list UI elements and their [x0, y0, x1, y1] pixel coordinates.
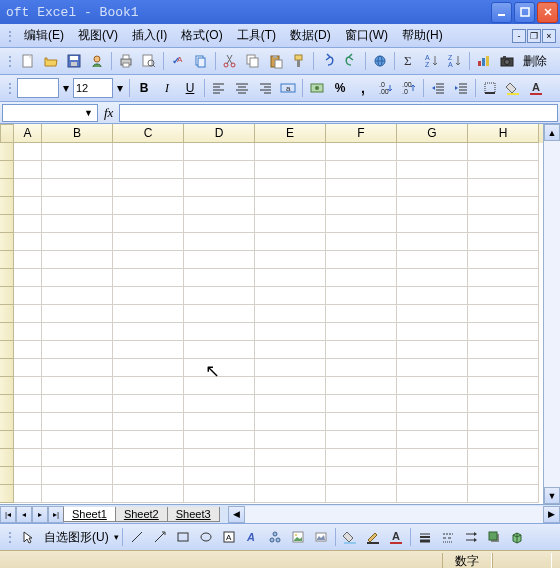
cell[interactable] [326, 413, 397, 431]
cell[interactable] [255, 215, 326, 233]
menu-format[interactable]: 格式(O) [175, 25, 228, 46]
format-painter-button[interactable] [288, 50, 310, 72]
cell[interactable] [255, 161, 326, 179]
cell[interactable] [255, 197, 326, 215]
tab-next-button[interactable]: ▸ [32, 506, 48, 523]
tab-prev-button[interactable]: ◂ [16, 506, 32, 523]
cell[interactable] [184, 485, 255, 503]
cell[interactable] [14, 359, 42, 377]
oval-button[interactable] [195, 526, 217, 548]
cell[interactable] [326, 269, 397, 287]
cell[interactable] [468, 305, 539, 323]
cell[interactable] [42, 143, 113, 161]
cell[interactable] [42, 269, 113, 287]
undo-button[interactable] [317, 50, 339, 72]
cell[interactable] [255, 143, 326, 161]
cell[interactable] [14, 431, 42, 449]
cell[interactable] [14, 179, 42, 197]
hyperlink-button[interactable] [369, 50, 391, 72]
cell[interactable] [255, 485, 326, 503]
cell[interactable] [255, 323, 326, 341]
cell[interactable] [468, 143, 539, 161]
tab-first-button[interactable]: |◂ [0, 506, 16, 523]
cell[interactable] [397, 485, 468, 503]
cell[interactable] [326, 161, 397, 179]
tab-last-button[interactable]: ▸| [48, 506, 64, 523]
cell[interactable] [397, 179, 468, 197]
handle-icon[interactable]: ⋮ [4, 29, 16, 43]
cell[interactable] [255, 305, 326, 323]
cell[interactable] [42, 287, 113, 305]
row-header[interactable] [0, 197, 14, 215]
cell[interactable] [113, 359, 184, 377]
cell[interactable] [326, 251, 397, 269]
cell[interactable] [184, 251, 255, 269]
menu-window[interactable]: 窗口(W) [339, 25, 394, 46]
row-header[interactable] [0, 233, 14, 251]
maximize-button[interactable] [514, 2, 535, 23]
comma-button[interactable]: , [352, 77, 374, 99]
cell[interactable] [326, 395, 397, 413]
row-header[interactable] [0, 215, 14, 233]
cell[interactable] [113, 269, 184, 287]
cell[interactable] [326, 341, 397, 359]
cell[interactable] [468, 449, 539, 467]
row-header[interactable] [0, 305, 14, 323]
cell[interactable] [184, 359, 255, 377]
row-header[interactable] [0, 485, 14, 503]
cell[interactable] [326, 485, 397, 503]
cell[interactable] [468, 269, 539, 287]
mdi-close[interactable]: × [542, 29, 556, 43]
cell[interactable] [113, 305, 184, 323]
cell[interactable] [42, 161, 113, 179]
cell[interactable] [184, 233, 255, 251]
clipart-button[interactable] [287, 526, 309, 548]
sheet-tab-1[interactable]: Sheet1 [63, 507, 116, 522]
cell[interactable] [113, 485, 184, 503]
arrow-style-button[interactable] [460, 526, 482, 548]
cell[interactable] [255, 413, 326, 431]
cell[interactable] [255, 287, 326, 305]
font-size-selector[interactable] [73, 78, 113, 98]
row-header[interactable] [0, 377, 14, 395]
cell[interactable] [255, 269, 326, 287]
font-selector[interactable] [17, 78, 59, 98]
picture-button[interactable] [310, 526, 332, 548]
handle-icon[interactable]: ⋮ [4, 530, 16, 544]
cell[interactable] [468, 233, 539, 251]
cell[interactable] [468, 161, 539, 179]
cell[interactable] [42, 251, 113, 269]
redo-button[interactable] [340, 50, 362, 72]
shadow-button[interactable] [483, 526, 505, 548]
bold-button[interactable]: B [133, 77, 155, 99]
minimize-button[interactable] [491, 2, 512, 23]
cell[interactable] [14, 215, 42, 233]
cell[interactable] [14, 161, 42, 179]
row-header[interactable] [0, 359, 14, 377]
cell[interactable] [184, 395, 255, 413]
cell[interactable] [397, 395, 468, 413]
cell[interactable] [14, 395, 42, 413]
menu-view[interactable]: 视图(V) [72, 25, 124, 46]
formula-input[interactable] [119, 104, 558, 122]
handle-icon[interactable]: ⋮ [4, 54, 16, 68]
menu-help[interactable]: 帮助(H) [396, 25, 449, 46]
cell[interactable] [184, 341, 255, 359]
row-header[interactable] [0, 323, 14, 341]
cell[interactable] [14, 233, 42, 251]
row-header[interactable] [0, 413, 14, 431]
3d-button[interactable] [506, 526, 528, 548]
cell[interactable] [255, 395, 326, 413]
cell[interactable] [397, 431, 468, 449]
cell[interactable] [468, 323, 539, 341]
cell[interactable] [42, 413, 113, 431]
cell[interactable] [113, 413, 184, 431]
row-header[interactable] [0, 269, 14, 287]
cell[interactable] [14, 467, 42, 485]
cell[interactable] [113, 179, 184, 197]
cell[interactable] [42, 395, 113, 413]
mdi-minimize[interactable]: - [512, 29, 526, 43]
increase-indent-button[interactable] [450, 77, 472, 99]
col-header-E[interactable]: E [255, 124, 326, 143]
percent-button[interactable]: % [329, 77, 351, 99]
